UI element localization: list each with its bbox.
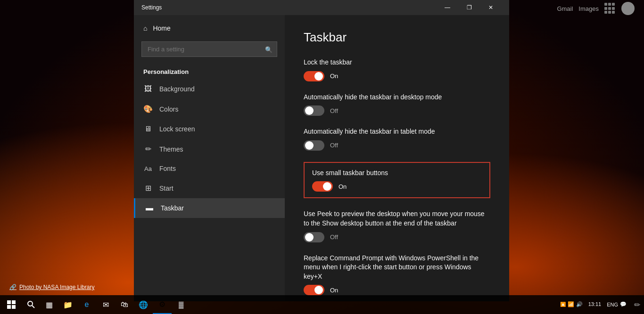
google-avatar[interactable] [621,2,635,15]
lock-taskbar-toggle-row: On [304,71,490,81]
settings-main: Taskbar Lock the taskbar On Automaticall… [285,15,509,301]
title-bar-controls: — ❐ ✕ [437,0,502,15]
fonts-label: Fonts [159,165,176,172]
toggle-knob [323,182,331,191]
store-button[interactable]: 🛍 [115,295,134,314]
svg-line-5 [32,306,34,308]
setting-small-buttons-highlighted: Use small taskbar buttons On [304,162,490,199]
auto-hide-tablet-label: Automatically hide the taskbar in tablet… [304,127,490,137]
peek-preview-toggle[interactable] [304,232,324,242]
photo-credit-text: Photo by NASA Image Library [19,284,94,290]
minimize-button[interactable]: — [437,0,458,15]
lock-taskbar-toggle[interactable] [304,71,324,81]
taskbar-system-tray: 🔼 📶 🔊 13:11 ENG 💬 [560,301,630,308]
replace-cmd-label: Replace Command Prompt with Windows Powe… [304,254,490,282]
peek-preview-toggle-row: Off [304,232,490,242]
home-label: Home [153,24,170,32]
fonts-icon: Aa [143,165,153,172]
google-apps-icon[interactable] [604,3,616,14]
background-label: Background [159,85,195,93]
settings-nav: ⌂ Home 🔍 Personalization 🖼 Background 🎨 … [134,15,285,301]
system-clock[interactable]: 13:11 [585,301,605,308]
toggle-knob [305,106,314,115]
taskbar-label: Taskbar [161,204,184,212]
small-buttons-label: Use small taskbar buttons [312,169,482,178]
auto-hide-desktop-toggle-row: Off [304,105,490,116]
nav-search-container: 🔍 [141,41,277,57]
mail-button[interactable]: ✉ [96,295,115,314]
auto-hide-tablet-toggle-row: Off [304,140,490,151]
show-hidden-icons[interactable]: 🔼 [560,302,566,307]
settings-window: Settings — ❐ ✕ ⌂ Home 🔍 Personalization … [134,0,509,301]
file-explorer-button[interactable]: 📁 [58,295,77,314]
auto-hide-desktop-state: Off [330,107,338,114]
sidebar-item-start[interactable]: ⊞ Start [134,178,285,198]
lock-taskbar-label: Lock the taskbar [304,58,490,67]
clock-time: 13:11 [588,301,602,308]
auto-hide-desktop-label: Automatically hide the taskbar in deskto… [304,93,490,102]
eng-label[interactable]: ENG [607,302,618,307]
replace-cmd-toggle-row: On [304,285,490,295]
start-label: Start [159,185,173,192]
lock-screen-icon: 🖥 [143,125,153,133]
edge-button[interactable]: e [77,295,96,314]
gmail-link[interactable]: Gmail [557,5,573,12]
browser-button[interactable]: 🌐 [134,295,153,314]
close-button[interactable]: ✕ [480,0,502,15]
network-icon[interactable]: 📶 [568,301,574,307]
taskbar-icon: ▬ [145,204,154,212]
taskbar-bottom: ▦ 📁 e ✉ 🛍 🌐 ⚙ ▓ 🔼 📶 🔊 13:11 ENG 💬 ✏ [0,295,644,314]
sidebar-item-themes[interactable]: ✏ Themes [134,139,285,159]
svg-rect-2 [7,305,11,309]
auto-hide-tablet-state: Off [330,142,338,149]
volume-icon[interactable]: 🔊 [576,301,583,307]
sidebar-item-colors[interactable]: 🎨 Colors [134,99,285,119]
setting-peek-preview: Use Peek to preview the desktop when you… [304,209,490,242]
settings-body: ⌂ Home 🔍 Personalization 🖼 Background 🎨 … [134,15,509,301]
sidebar-item-lock-screen[interactable]: 🖥 Lock screen [134,119,285,139]
nav-home[interactable]: ⌂ Home [134,19,285,38]
start-icon: ⊞ [143,184,153,193]
search-icon: 🔍 [265,46,272,53]
background-icon: 🖼 [143,85,153,93]
svg-rect-3 [12,305,16,309]
link-icon: 🔗 [9,284,17,290]
setting-auto-hide-tablet: Automatically hide the taskbar in tablet… [304,127,490,151]
desktop-edit-icon[interactable]: ✏ [630,300,644,309]
browser-header: Gmail Images [557,2,635,15]
setting-replace-cmd: Replace Command Prompt with Windows Powe… [304,254,490,296]
sidebar-item-taskbar[interactable]: ▬ Taskbar [134,198,285,218]
start-button[interactable] [0,295,23,314]
photo-credit[interactable]: 🔗 Photo by NASA Image Library [9,284,94,290]
auto-hide-tablet-toggle[interactable] [304,140,324,151]
page-title: Taskbar [304,30,490,45]
lock-screen-label: Lock screen [159,125,195,133]
nav-section-title: Personalization [134,64,285,79]
peek-preview-label: Use Peek to preview the desktop when you… [304,209,490,228]
home-icon: ⌂ [143,24,147,32]
title-bar: Settings — ❐ ✕ [134,0,509,15]
taskbar-search-button[interactable] [23,295,40,314]
toggle-knob [314,286,323,294]
toggle-knob [314,72,323,81]
notification-button[interactable]: 💬 [620,301,627,307]
settings-app-button[interactable]: ⚙ [153,295,172,314]
sidebar-item-fonts[interactable]: Aa Fonts [134,159,285,178]
unknown-app-1[interactable]: ▓ [172,295,190,314]
toggle-knob [305,233,314,242]
auto-hide-desktop-toggle[interactable] [304,105,324,116]
svg-point-4 [28,301,33,306]
setting-lock-taskbar: Lock the taskbar On [304,58,490,81]
small-buttons-toggle[interactable] [312,181,333,192]
images-link[interactable]: Images [578,5,599,12]
search-input[interactable] [141,41,277,57]
themes-icon: ✏ [143,145,153,153]
sidebar-item-background[interactable]: 🖼 Background [134,79,285,99]
svg-rect-1 [12,300,16,304]
small-buttons-state: On [339,183,347,190]
replace-cmd-state: On [330,287,338,294]
replace-cmd-toggle[interactable] [304,285,324,295]
maximize-button[interactable]: ❐ [458,0,480,15]
task-view-button[interactable]: ▦ [40,295,58,314]
colors-label: Colors [159,105,178,113]
